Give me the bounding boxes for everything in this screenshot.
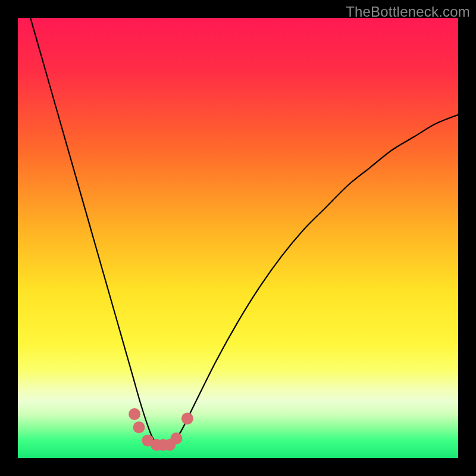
marker-dot (181, 412, 193, 424)
marker-dot (129, 408, 140, 420)
marker-dot (170, 433, 182, 444)
outer-frame: TheBottleneck.com (0, 0, 476, 476)
plot-area (18, 18, 458, 458)
watermark-text: TheBottleneck.com (346, 4, 470, 20)
marker-dot (133, 421, 145, 433)
bottleneck-curve (18, 18, 458, 458)
